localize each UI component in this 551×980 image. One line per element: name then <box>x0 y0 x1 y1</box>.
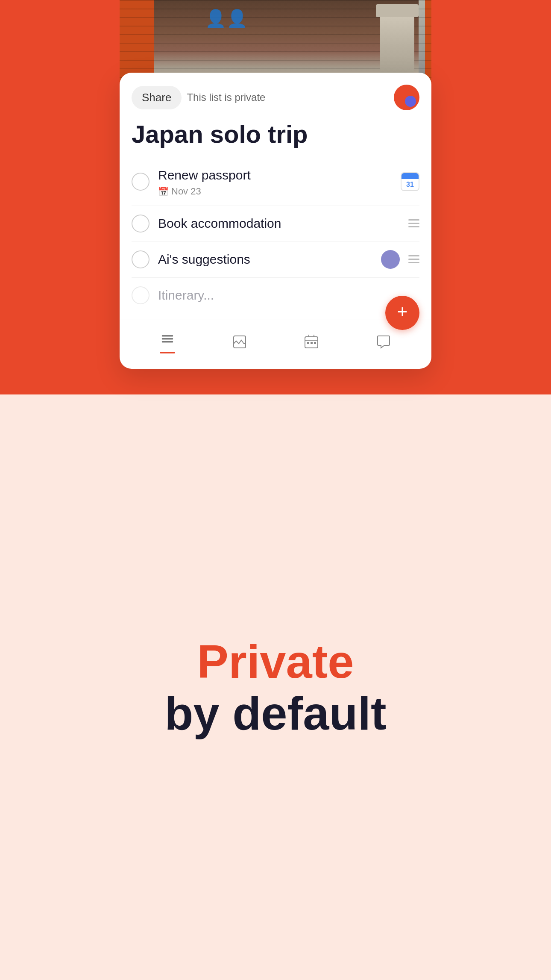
nav-item-calendar[interactable] <box>295 331 328 355</box>
avatar-dot-blue <box>405 96 416 107</box>
gcal-bottom: 31 <box>402 179 419 190</box>
task-item: Ai's suggestions <box>132 241 419 278</box>
default-headline: by default <box>164 687 387 739</box>
chat-icon <box>376 334 391 351</box>
share-button[interactable]: Share <box>132 86 182 109</box>
calendar-grid-icon <box>304 334 319 351</box>
task-content: Itinerary... <box>158 287 419 303</box>
share-area: Share This list is private <box>132 86 265 109</box>
plus-icon: + <box>397 303 408 321</box>
active-indicator <box>160 352 175 353</box>
task-checkbox <box>132 286 149 304</box>
app-card: Share This list is private Japan solo tr… <box>120 73 431 369</box>
add-task-button[interactable]: + <box>385 296 419 330</box>
bottom-section: Private by default <box>0 394 551 980</box>
task-name: Ai's suggestions <box>158 251 372 268</box>
top-section: 👤👤 Share This list is private Japan solo… <box>0 0 551 394</box>
task-list: Renew passport 📅 Nov 23 31 <box>120 158 431 313</box>
task-content: Renew passport 📅 Nov 23 <box>158 167 392 197</box>
menu-icon <box>408 255 419 263</box>
task-name: Renew passport <box>158 167 392 183</box>
list-title: Japan solo trip <box>120 117 431 158</box>
menu-icon <box>408 219 419 227</box>
task-date: 📅 Nov 23 <box>158 186 392 197</box>
task-checkbox[interactable] <box>132 173 149 191</box>
svg-rect-9 <box>311 342 313 344</box>
inbox-icon <box>232 334 247 351</box>
calendar-small-icon: 📅 <box>158 186 169 197</box>
task-name: Itinerary... <box>158 287 419 303</box>
card-header: Share This list is private <box>120 73 431 117</box>
task-item: Renew passport 📅 Nov 23 31 <box>132 158 419 206</box>
private-headline: Private <box>197 636 354 687</box>
task-item: Book accommodation <box>132 206 419 241</box>
task-item: Itinerary... <box>132 278 419 313</box>
gcal-icon[interactable]: 31 <box>401 172 419 191</box>
nav-item-chat[interactable] <box>367 331 400 355</box>
nav-item-list[interactable] <box>151 329 184 357</box>
task-date-text: Nov 23 <box>171 186 201 197</box>
task-content: Book accommodation <box>158 215 400 232</box>
nav-item-inbox[interactable] <box>223 331 256 355</box>
gcal-top <box>402 173 419 179</box>
user-avatar <box>381 250 400 269</box>
task-content: Ai's suggestions <box>158 251 372 268</box>
task-checkbox[interactable] <box>132 250 149 268</box>
svg-rect-8 <box>307 342 309 344</box>
task-checkbox[interactable] <box>132 215 149 232</box>
bottom-nav <box>120 320 431 369</box>
svg-rect-10 <box>314 342 316 344</box>
task-name: Book accommodation <box>158 215 400 232</box>
avatar <box>394 85 419 110</box>
private-label: This list is private <box>187 91 265 103</box>
list-icon <box>161 332 174 349</box>
